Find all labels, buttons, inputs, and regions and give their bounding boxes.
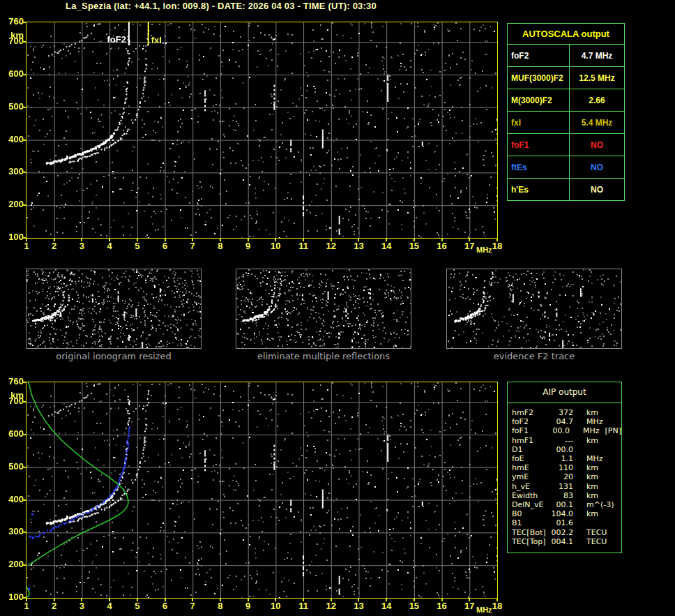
y-tick-label: 760 xyxy=(1,377,24,386)
aip-param-label: hmE xyxy=(512,463,551,472)
station-header: La_Spezia (lat: +44.1, lon: 009.8) - DAT… xyxy=(26,1,416,11)
x-tick-mark xyxy=(137,599,138,601)
x-tick-mark xyxy=(331,239,332,241)
y-tick-mark xyxy=(22,41,26,43)
x-tick-label: 10 xyxy=(268,601,283,611)
x-tick-label: 1 xyxy=(19,601,34,611)
autoscala-table-row: h'EsNO xyxy=(508,179,625,201)
x-tick-label: 6 xyxy=(158,601,173,611)
x-tick-label: 2 xyxy=(47,601,62,611)
aip-param-value: 04.7 xyxy=(551,417,573,426)
aip-table-row: hmF1---km xyxy=(508,436,621,445)
y-tick-label: 760 xyxy=(1,17,24,27)
x-tick-mark xyxy=(275,599,276,601)
y-tick-mark xyxy=(22,382,26,383)
aip-param-label: D1 xyxy=(512,445,551,454)
y-axis-unit-label: km xyxy=(1,31,24,40)
y-tick-mark xyxy=(22,467,26,468)
x-tick-mark xyxy=(54,239,55,241)
y-axis-unit-label: km xyxy=(1,391,24,400)
aip-param-label: ymE xyxy=(512,472,551,481)
aip-table-row: TEC[Top]004.1TECU xyxy=(508,537,621,546)
y-tick-label: 500 xyxy=(1,102,24,112)
autoscala-window: La_Spezia (lat: +44.1, lon: 009.8) - DAT… xyxy=(0,0,675,616)
x-tick-label: 13 xyxy=(351,601,366,611)
aip-param-value: 004.1 xyxy=(551,537,573,546)
autoscala-param-value: NO xyxy=(570,134,625,156)
aip-param-value: 002.2 xyxy=(551,528,573,537)
x-tick-mark xyxy=(220,599,221,601)
x-tick-label: 3 xyxy=(74,241,89,251)
autoscala-param-label: MUF(3000)F2 xyxy=(508,67,570,89)
aip-param-label: B0 xyxy=(512,509,551,518)
autoscala-table-row: fxI5.4 MHz xyxy=(508,112,625,134)
y-tick-mark xyxy=(22,532,26,533)
x-tick-mark xyxy=(81,599,82,601)
x-tick-label: 5 xyxy=(130,601,145,611)
aip-param-unit: km xyxy=(586,482,598,491)
autoscala-table-row: MUF(3000)F212.5 MHz xyxy=(508,67,625,89)
aip-table-row: hmF2372km xyxy=(508,408,621,417)
aip-table-row: D100.0 xyxy=(508,445,621,454)
x-axis-unit-label: MHz xyxy=(476,246,492,254)
thumbnail-canvas-original xyxy=(26,269,201,348)
x-tick-label: 11 xyxy=(296,601,311,611)
x-tick-label: 3 xyxy=(74,601,89,611)
y-tick-mark xyxy=(22,74,26,75)
x-tick-mark xyxy=(220,239,221,241)
aip-table-row: foF204.7MHz xyxy=(508,417,621,426)
y-tick-mark xyxy=(22,401,26,403)
aip-param-value: 01.6 xyxy=(551,518,573,527)
autoscala-param-label: M(3000)F2 xyxy=(508,89,570,112)
autoscala-param-label: ftEs xyxy=(508,156,570,179)
autoscala-table-row: ftEsNO xyxy=(508,156,625,179)
x-tick-label: 15 xyxy=(407,601,422,611)
autoscala-param-value: NO xyxy=(570,179,625,201)
x-tick-label: 13 xyxy=(351,241,366,251)
x-tick-mark xyxy=(165,599,166,601)
thumbnail-caption-eliminate: eliminate multiple reflections xyxy=(236,351,411,361)
x-tick-mark xyxy=(386,239,387,241)
aip-param-label: foF1 xyxy=(512,426,549,435)
thumbnail-caption-evidence: evidence F2 trace xyxy=(446,351,622,361)
aip-table-row: hmE110km xyxy=(508,463,621,472)
x-tick-mark xyxy=(469,599,470,601)
y-tick-label: 400 xyxy=(1,135,24,144)
aip-output-table: AIP output hmF2372kmfoF204.7MHzfoF100.0M… xyxy=(507,382,622,553)
aip-param-value: 20 xyxy=(551,472,573,481)
autoscala-param-value: 4.7 MHz xyxy=(570,45,625,67)
autoscala-table-row: M(3000)F22.66 xyxy=(508,89,625,112)
x-tick-label: 4 xyxy=(102,601,117,611)
aip-param-value: 00.0 xyxy=(549,426,570,435)
y-tick-mark xyxy=(22,172,26,173)
aip-table-row: Ewidth83km xyxy=(508,491,621,500)
y-tick-label: 500 xyxy=(1,462,24,472)
x-tick-label: 2 xyxy=(47,241,62,251)
x-tick-mark xyxy=(441,239,443,241)
x-tick-label: 10 xyxy=(268,241,283,251)
x-tick-label: 17 xyxy=(462,601,477,611)
x-tick-mark xyxy=(109,599,110,601)
y-tick-mark xyxy=(22,564,26,566)
ionogram-canvas-top xyxy=(26,22,497,238)
x-tick-mark xyxy=(496,599,498,601)
y-tick-label: 600 xyxy=(1,69,24,79)
x-tick-label: 12 xyxy=(324,241,339,251)
x-tick-label: 8 xyxy=(213,601,228,611)
x-tick-mark xyxy=(165,239,166,241)
autoscala-param-value: 5.4 MHz xyxy=(570,112,625,134)
x-tick-mark xyxy=(54,599,55,601)
aip-param-note: [PN] xyxy=(605,426,621,435)
thumbnail-original-ionogram xyxy=(26,269,202,349)
ionogram-plot-top xyxy=(26,22,498,239)
aip-param-unit: TECU xyxy=(586,537,607,546)
aip-table-row: B0104.0km xyxy=(508,509,621,518)
thumbnail-eliminate-reflections xyxy=(236,269,411,349)
x-tick-label: 14 xyxy=(379,241,394,251)
x-tick-label: 1 xyxy=(19,241,34,251)
x-tick-label: 12 xyxy=(324,601,339,611)
aip-param-label: hmF1 xyxy=(512,436,551,445)
ionogram-plot-bottom xyxy=(26,382,498,599)
y-tick-mark xyxy=(22,499,26,501)
aip-param-unit: MHz xyxy=(586,417,603,426)
